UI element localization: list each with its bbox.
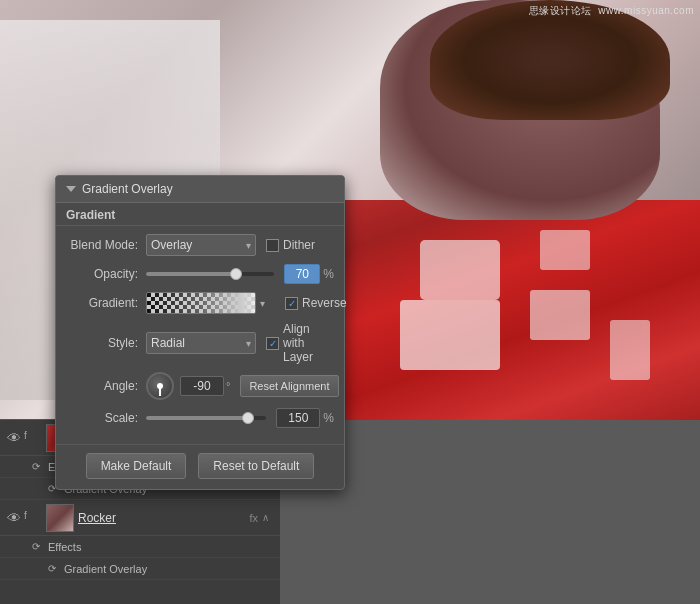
dialog-section-title: Gradient <box>56 203 344 226</box>
reverse-group: Reverse <box>285 296 347 310</box>
layer-name-rocker[interactable]: Rocker <box>78 511 249 525</box>
dither-checkbox[interactable] <box>266 239 279 252</box>
gradient-label: Gradient: <box>66 296 138 310</box>
align-group: Align with Layer <box>266 322 334 364</box>
style-label: Style: <box>66 336 138 350</box>
blend-mode-controls: Overlay ▾ Dither <box>146 234 334 256</box>
blend-mode-dropdown-arrow: ▾ <box>246 240 251 251</box>
effects-label-rocker: Effects <box>48 541 81 553</box>
collapse-triangle-icon[interactable] <box>66 186 76 192</box>
opacity-slider-track <box>146 272 274 276</box>
scale-slider[interactable] <box>146 416 272 420</box>
graphic-patch-4 <box>530 290 590 340</box>
angle-row: Angle: ° Reset Alignment <box>66 372 334 400</box>
gradient-overlay-dialog: Gradient Overlay Gradient Blend Mode: Ov… <box>55 175 345 490</box>
opacity-row: Opacity: % <box>66 264 334 284</box>
layer-thumbnail-rocker <box>46 504 74 532</box>
align-checkbox[interactable] <box>266 337 279 350</box>
layer-link-rocker[interactable]: f <box>24 510 40 526</box>
gradient-row: Gradient: ▾ Reverse <box>66 292 334 314</box>
layer-row-rocker[interactable]: 👁 f Rocker fx ∧ <box>0 500 280 536</box>
blend-mode-dropdown[interactable]: Overlay ▾ <box>146 234 256 256</box>
opacity-slider-fill <box>146 272 236 276</box>
style-dropdown[interactable]: Radial ▾ <box>146 332 256 354</box>
dither-group: Dither <box>266 238 315 252</box>
dialog-title: Gradient Overlay <box>82 182 173 196</box>
angle-dial[interactable] <box>146 372 174 400</box>
effects-icon-rocker: ⟳ <box>28 539 44 555</box>
gradient-controls: ▾ Reverse <box>146 292 347 314</box>
graphic-patch-2 <box>540 230 590 270</box>
blend-mode-label: Blend Mode: <box>66 238 138 252</box>
graphic-patch-3 <box>400 300 500 370</box>
dialog-footer: Make Default Reset to Default <box>56 444 344 489</box>
watermark: 思缘设计论坛 www.missyuan.com <box>529 4 694 18</box>
blend-mode-row: Blend Mode: Overlay ▾ Dither <box>66 234 334 256</box>
angle-value-input[interactable] <box>180 376 224 396</box>
reverse-label: Reverse <box>302 296 347 310</box>
sub-layer-effects-rocker: ⟳ Effects <box>0 536 280 558</box>
scale-label: Scale: <box>66 411 138 425</box>
opacity-slider[interactable] <box>146 272 280 276</box>
layer-eye-red[interactable]: 👁 <box>4 428 24 448</box>
opacity-controls: % <box>146 264 334 284</box>
style-row: Style: Radial ▾ Align with Layer <box>66 322 334 364</box>
dialog-body: Blend Mode: Overlay ▾ Dither Opacity: <box>56 226 344 444</box>
layer-fx-rocker: fx <box>249 512 258 524</box>
scale-slider-thumb[interactable] <box>242 412 254 424</box>
layer-thumbnail-rocker-img <box>47 505 73 531</box>
reset-to-default-button[interactable]: Reset to Default <box>198 453 314 479</box>
reset-alignment-button[interactable]: Reset Alignment <box>240 375 338 397</box>
scale-slider-fill <box>146 416 248 420</box>
gradient-overlay-label-rocker: Gradient Overlay <box>64 563 147 575</box>
dither-label: Dither <box>283 238 315 252</box>
style-dropdown-arrow: ▾ <box>246 338 251 349</box>
layer-expand-rocker[interactable]: ∧ <box>262 512 276 523</box>
scale-row: Scale: % <box>66 408 334 428</box>
graphic-patch-5 <box>610 320 650 380</box>
effects-icon-red: ⟳ <box>28 459 44 475</box>
shirt-graphics <box>380 220 680 400</box>
gradient-dropdown-arrow[interactable]: ▾ <box>260 298 265 309</box>
reverse-checkbox[interactable] <box>285 297 298 310</box>
dialog-title-bar: Gradient Overlay <box>56 176 344 203</box>
scale-unit: % <box>323 411 334 425</box>
opacity-label: Opacity: <box>66 267 138 281</box>
make-default-button[interactable]: Make Default <box>86 453 187 479</box>
angle-unit: ° <box>226 380 230 392</box>
graphic-patch-1 <box>420 240 500 300</box>
layer-link-red[interactable]: f <box>24 430 40 446</box>
opacity-unit: % <box>323 267 334 281</box>
hair-area <box>430 0 670 120</box>
sub-layer-gradient-rocker[interactable]: ⟳ Gradient Overlay <box>0 558 280 580</box>
angle-controls: ° Reset Alignment <box>146 372 339 400</box>
opacity-value-input[interactable] <box>284 264 320 284</box>
align-layer-label: Align with Layer <box>283 322 334 364</box>
angle-label: Angle: <box>66 379 138 393</box>
scale-slider-track <box>146 416 266 420</box>
layer-eye-rocker[interactable]: 👁 <box>4 508 24 528</box>
scale-value-input[interactable] <box>276 408 320 428</box>
style-controls: Radial ▾ Align with Layer <box>146 322 334 364</box>
opacity-slider-thumb[interactable] <box>230 268 242 280</box>
angle-needle <box>159 386 161 396</box>
gradient-icon-rocker: ⟳ <box>44 561 60 577</box>
gradient-preview[interactable] <box>146 292 256 314</box>
scale-controls: % <box>146 408 334 428</box>
